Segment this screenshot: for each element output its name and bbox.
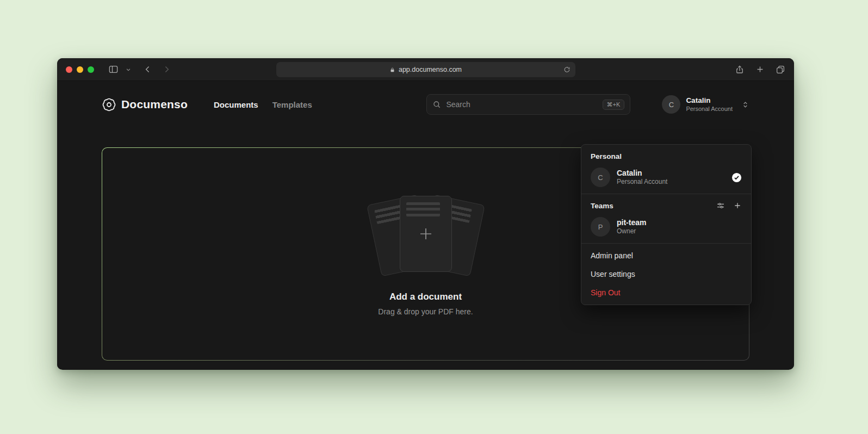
team-role: Owner: [617, 227, 646, 236]
documenso-logo-icon: [102, 97, 116, 112]
menu-section-teams-row: Teams: [584, 197, 748, 213]
url-text: app.documenso.com: [399, 66, 462, 73]
address-bar[interactable]: app.documenso.com: [276, 62, 575, 77]
document-card-center: [400, 196, 452, 272]
nav-templates[interactable]: Templates: [272, 100, 312, 109]
dropzone-subtitle: Drag & drop your PDF here.: [378, 307, 473, 316]
zoom-window-button[interactable]: [88, 66, 94, 73]
account-text: Catalin Personal Account: [686, 96, 733, 113]
share-icon[interactable]: [735, 65, 745, 75]
reload-icon[interactable]: [563, 66, 571, 73]
forward-icon[interactable]: [162, 65, 171, 74]
brand-name: Documenso: [121, 98, 188, 111]
teams-actions: [716, 201, 742, 210]
sidebar-controls: [108, 64, 131, 75]
history-controls: [143, 65, 171, 74]
menu-item-team[interactable]: P pit-team Owner: [584, 213, 748, 240]
personal-account-subtitle: Personal Account: [617, 178, 667, 187]
account-subtitle: Personal Account: [686, 106, 733, 113]
brand[interactable]: Documenso: [102, 97, 188, 112]
chevron-down-icon[interactable]: [126, 67, 131, 72]
lock-icon: [389, 67, 395, 73]
add-team-icon[interactable]: [733, 201, 742, 210]
tab-overview-icon[interactable]: [776, 65, 785, 75]
new-tab-icon[interactable]: [755, 65, 765, 74]
browser-titlebar: app.documenso.com: [57, 58, 794, 81]
window-controls: [66, 66, 94, 73]
menu-section-teams: Teams: [591, 202, 613, 210]
close-window-button[interactable]: [66, 66, 72, 73]
check-circle-icon: [731, 172, 742, 183]
account-menu-button[interactable]: C Catalin Personal Account: [662, 95, 749, 114]
documents-illustration: [366, 193, 486, 278]
menu-item-sign-out[interactable]: Sign Out: [584, 283, 748, 302]
personal-account-avatar: C: [591, 168, 610, 187]
browser-window: app.documenso.com: [57, 58, 794, 370]
account-dropdown-menu: Personal C Catalin Personal Account: [581, 144, 752, 305]
menu-item-admin-panel[interactable]: Admin panel: [584, 246, 748, 265]
personal-account-name: Catalin: [617, 168, 667, 178]
search-input[interactable]: Search ⌘+K: [426, 94, 630, 115]
desktop-background: app.documenso.com: [0, 0, 868, 434]
team-name: pit-team: [617, 218, 646, 227]
account-name: Catalin: [686, 96, 733, 106]
minimize-window-button[interactable]: [77, 66, 83, 73]
search-icon: [432, 100, 441, 109]
plus-icon: [400, 196, 451, 271]
team-text: pit-team Owner: [617, 218, 646, 236]
app-page: Documenso Documents Templates Search ⌘+K: [57, 81, 794, 369]
account-avatar: C: [662, 95, 680, 114]
menu-divider: [581, 243, 751, 244]
manage-teams-icon[interactable]: [716, 201, 725, 210]
main-nav: Documents Templates: [214, 100, 312, 109]
chevrons-up-down-icon: [741, 101, 749, 109]
personal-account-text: Catalin Personal Account: [617, 168, 667, 187]
sidebar-toggle-icon[interactable]: [108, 64, 119, 75]
team-avatar: P: [591, 217, 610, 237]
search-shortcut-badge: ⌘+K: [603, 100, 625, 110]
titlebar-right-actions: [735, 65, 785, 75]
menu-divider: [581, 194, 751, 194]
menu-item-user-settings[interactable]: User settings: [584, 265, 748, 283]
menu-item-personal-account[interactable]: C Catalin Personal Account: [584, 164, 748, 191]
back-icon[interactable]: [143, 65, 152, 74]
dropzone-title: Add a document: [389, 292, 462, 302]
menu-section-personal: Personal: [584, 147, 748, 164]
nav-documents[interactable]: Documents: [214, 100, 258, 109]
app-header: Documenso Documents Templates Search ⌘+K: [57, 81, 794, 115]
search-placeholder: Search: [446, 100, 470, 109]
